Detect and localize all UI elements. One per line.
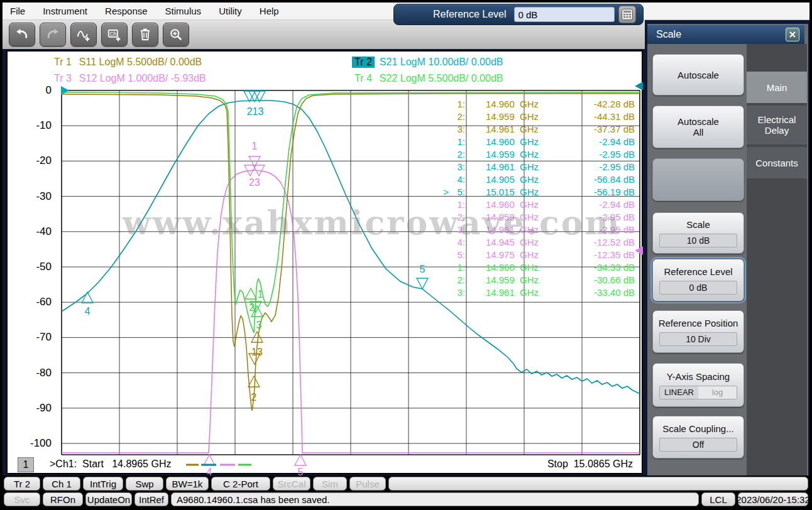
marker-label: 1 bbox=[258, 289, 263, 300]
marker-triangle bbox=[245, 288, 256, 299]
legend-tr1[interactable]: Tr 1S11 LogM 5.500dB/ 0.00dB bbox=[52, 57, 202, 68]
reference-level-input[interactable] bbox=[514, 7, 615, 22]
autoscale-all-label: Autoscale All bbox=[678, 116, 719, 138]
status-ch-1[interactable]: Ch 1 bbox=[43, 477, 80, 491]
active-marker-indicator bbox=[440, 111, 449, 123]
channel-number-badge: 1 bbox=[18, 457, 34, 472]
status-bar: Tr 2Ch 1IntTrigSwpBW=1kC 2-PortSrcCalSim… bbox=[3, 475, 809, 506]
status-row-1: Tr 2Ch 1IntTrigSwpBW=1kC 2-PortSrcCalSim… bbox=[4, 477, 808, 491]
scale-value: 10 dB bbox=[659, 234, 737, 247]
scale-coupling-button[interactable]: Scale Coupling... Off bbox=[652, 416, 744, 458]
marker-row: 1:14.960 GHz-2.94 dB bbox=[440, 136, 636, 148]
reference-level-widget: Reference Level bbox=[393, 4, 644, 25]
svg-text:Ch: Ch bbox=[109, 31, 116, 37]
status-2023-06-20-15-32[interactable]: 2023/06/20-15:32 bbox=[738, 492, 808, 506]
active-marker-indicator bbox=[440, 249, 449, 261]
active-marker-indicator bbox=[440, 236, 449, 249]
marker-frequency: 14.959 GHz bbox=[465, 274, 559, 286]
y-tick-label: -50 bbox=[15, 261, 52, 273]
marker-number: 2: bbox=[449, 211, 465, 224]
legend-tr4[interactable]: Tr 4S22 LogM 5.500dB/ 0.00dB bbox=[352, 73, 503, 84]
y-axis-spacing-button[interactable]: Y-Axis Spacing LINEARlog bbox=[652, 363, 744, 407]
marker-value: -12.35 dB bbox=[559, 249, 635, 261]
marker-triangle bbox=[204, 455, 215, 465]
status-intref[interactable]: IntRef bbox=[134, 492, 168, 506]
legend-tr2[interactable]: Tr 2S21 LogM 10.00dB/ 0.00dB bbox=[352, 57, 503, 68]
status-inttrig[interactable]: IntTrig bbox=[83, 477, 123, 491]
marker-value: -30.66 dB bbox=[559, 274, 635, 286]
autoscale-button[interactable]: Autoscale bbox=[652, 54, 744, 95]
add-channel-icon: Ch bbox=[107, 28, 122, 41]
autoscale-label: Autoscale bbox=[678, 70, 719, 80]
sweep-stop-label: Stop 15.0865 GHz bbox=[547, 458, 633, 470]
marker-number: 3: bbox=[449, 286, 465, 299]
y-axis-spacing-label: Y-Axis Spacing bbox=[667, 371, 730, 382]
marker-number: 3: bbox=[449, 161, 465, 173]
active-marker-indicator bbox=[440, 161, 449, 173]
close-panel-button[interactable] bbox=[786, 28, 799, 41]
menu-utility[interactable]: Utility bbox=[219, 6, 242, 16]
status-bw-1k[interactable]: BW=1k bbox=[166, 477, 209, 491]
status-pulse[interactable]: Pulse bbox=[349, 477, 386, 491]
marker-frequency: 14.960 GHz bbox=[465, 198, 559, 211]
status-tr-2[interactable]: Tr 2 bbox=[4, 477, 40, 491]
marker-number: 1: bbox=[449, 136, 465, 148]
marker-value: -44.31 dB bbox=[559, 111, 635, 123]
menu-instrument[interactable]: Instrument bbox=[43, 6, 87, 16]
active-marker-indicator bbox=[440, 224, 449, 236]
autoscale-all-button[interactable]: Autoscale All bbox=[652, 106, 744, 148]
reference-level-button-value: 0 dB bbox=[659, 281, 737, 295]
marker-frequency: 14.961 GHz bbox=[465, 161, 559, 173]
marker-number: 2: bbox=[449, 111, 465, 123]
status-lcl[interactable]: LCL bbox=[701, 492, 735, 506]
tab-electrical-delay[interactable]: Electrical Delay bbox=[747, 106, 807, 144]
marker-row: >5:15.015 GHz-56.19 dB bbox=[440, 186, 636, 198]
status-swp[interactable]: Swp bbox=[126, 477, 163, 491]
status-a9680-14960-1-csa-has-been-saved-[interactable]: A9680.14960.1.csa has been saved. bbox=[171, 492, 699, 506]
marker-frequency: 14.959 GHz bbox=[465, 148, 559, 161]
marker-row: 2:14.959 GHz-2.95 dB bbox=[440, 211, 636, 224]
marker-value: -56.84 dB bbox=[559, 173, 635, 186]
marker-label: 213 bbox=[247, 106, 264, 117]
add-channel-button[interactable]: Ch bbox=[101, 23, 128, 46]
marker-number: 1: bbox=[449, 261, 465, 274]
menu-help[interactable]: Help bbox=[260, 6, 279, 16]
status-c-2-port[interactable]: C 2-Port bbox=[211, 477, 270, 491]
tab-main[interactable]: Main bbox=[747, 72, 807, 103]
status-sim[interactable]: Sim bbox=[313, 477, 347, 491]
status-rfon[interactable]: RFOn bbox=[43, 492, 83, 506]
scale-coupling-label: Scale Coupling... bbox=[662, 423, 733, 434]
status-blank[interactable] bbox=[388, 477, 808, 491]
marker-value: -2.95 dB bbox=[559, 161, 635, 173]
scale-button[interactable]: Scale 10 dB bbox=[652, 212, 744, 254]
scale-softkey-panel: Scale MainElectrical DelayConstants Auto… bbox=[647, 24, 808, 475]
reference-level-button[interactable]: Reference Level 0 dB bbox=[652, 259, 744, 301]
reference-position-button[interactable]: Reference Position 10 Div bbox=[652, 310, 744, 353]
delete-button[interactable] bbox=[132, 23, 158, 46]
marker-number: 2: bbox=[449, 274, 465, 286]
status-srccal[interactable]: SrcCal bbox=[273, 477, 310, 491]
legend-tr3[interactable]: Tr 3S12 LogM 1.000dB/ -5.93dB bbox=[52, 73, 206, 84]
add-trace-button[interactable] bbox=[70, 23, 97, 46]
tab-constants[interactable]: Constants bbox=[747, 147, 807, 178]
zoom-button[interactable] bbox=[163, 23, 189, 46]
y-axis-spacing-toggle[interactable]: LINEARlog bbox=[659, 386, 737, 399]
zoom-icon bbox=[168, 28, 184, 41]
y-axis-option-log[interactable]: log bbox=[698, 386, 737, 399]
menu-response[interactable]: Response bbox=[105, 6, 148, 16]
marker-value: -56.19 dB bbox=[559, 186, 635, 198]
legend-trace-text: S21 LogM 10.00dB/ 0.00dB bbox=[380, 57, 503, 67]
redo-button[interactable] bbox=[40, 23, 66, 46]
marker-value: -34.33 dB bbox=[559, 261, 635, 274]
status-updateon[interactable]: UpdateOn bbox=[85, 492, 132, 506]
y-tick-label: -60 bbox=[15, 296, 52, 308]
menu-file[interactable]: File bbox=[10, 6, 25, 16]
status-svc[interactable]: Svc bbox=[4, 492, 40, 506]
y-axis-option-linear[interactable]: LINEAR bbox=[660, 386, 698, 399]
undo-button[interactable] bbox=[9, 23, 35, 46]
marker-frequency: 14.959 GHz bbox=[465, 111, 559, 123]
menu-stimulus[interactable]: Stimulus bbox=[165, 6, 202, 16]
keypad-button[interactable] bbox=[618, 6, 636, 23]
legend-trace-badge: Tr 1 bbox=[52, 57, 74, 68]
marker-number: 3: bbox=[449, 123, 465, 136]
